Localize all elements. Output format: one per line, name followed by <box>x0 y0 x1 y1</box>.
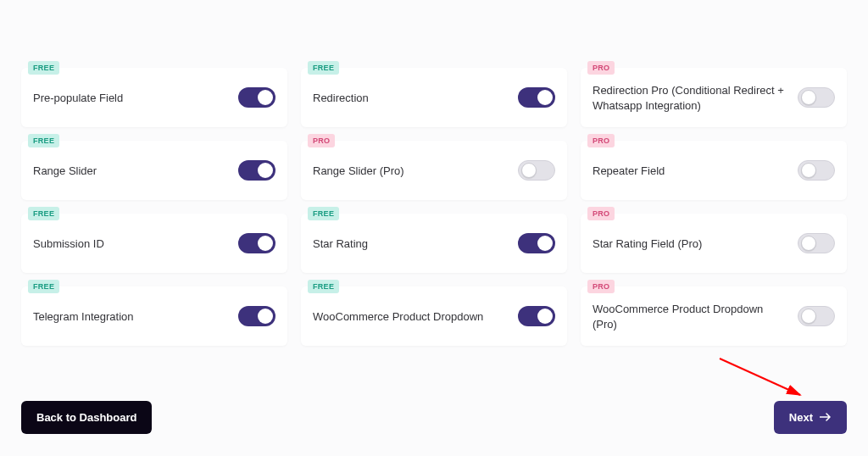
toggle-knob <box>521 163 537 178</box>
free-badge: FREE <box>28 61 59 75</box>
toggle-knob <box>258 309 273 324</box>
free-badge: FREE <box>28 134 59 147</box>
feature-label: Star Rating <box>313 233 419 252</box>
next-button-label: Next <box>789 411 813 424</box>
feature-label: Redirection <box>313 87 420 106</box>
feature-label: Pre-populate Field <box>33 87 174 106</box>
toggle-knob <box>537 236 553 251</box>
free-badge: FREE <box>308 61 339 75</box>
feature-card: PRORedirection Pro (Conditional Redirect… <box>581 68 847 127</box>
toggle-knob <box>537 309 553 324</box>
toggle-knob <box>801 309 816 324</box>
feature-label: Repeater Field <box>593 160 715 179</box>
feature-toggle[interactable] <box>798 306 835 326</box>
free-badge: FREE <box>308 280 339 293</box>
pro-badge: PRO <box>587 134 615 147</box>
toggle-knob <box>801 163 816 178</box>
free-badge: FREE <box>28 280 59 293</box>
feature-label: Telegram Integration <box>33 306 185 325</box>
feature-card: FREEPre-populate Field <box>21 68 287 127</box>
feature-label: Star Rating Field (Pro) <box>593 233 753 252</box>
toggle-knob <box>258 163 273 178</box>
feature-card: PRORange Slider (Pro) <box>301 141 567 200</box>
feature-card: FREETelegram Integration <box>21 286 287 346</box>
footer-bar: Back to Dashboard Next <box>21 401 847 434</box>
feature-toggle[interactable] <box>518 233 555 253</box>
toggle-knob <box>801 236 816 251</box>
pro-badge: PRO <box>587 207 615 220</box>
feature-card: FREERedirection <box>301 68 567 127</box>
feature-toggle[interactable] <box>518 87 555 108</box>
feature-label: Range Slider <box>33 160 147 179</box>
free-badge: FREE <box>28 207 59 220</box>
pro-badge: PRO <box>587 61 615 75</box>
feature-grid: FREEPre-populate FieldFREERedirectionPRO… <box>21 68 847 346</box>
feature-toggle[interactable] <box>798 87 835 108</box>
feature-toggle[interactable] <box>518 160 555 181</box>
free-badge: FREE <box>308 207 339 220</box>
feature-card: FREEStar Rating <box>301 214 567 273</box>
feature-toggle[interactable] <box>238 306 275 326</box>
arrow-right-icon <box>820 411 832 424</box>
feature-card: PROWooCommerce Product Dropdown (Pro) <box>581 286 847 346</box>
feature-toggle[interactable] <box>798 233 835 253</box>
feature-toggle[interactable] <box>238 87 275 108</box>
feature-card: PRORepeater Field <box>581 141 847 200</box>
feature-card: FREERange Slider <box>21 141 287 200</box>
svg-line-0 <box>720 359 800 395</box>
pro-badge: PRO <box>587 280 615 293</box>
feature-card: FREEWooCommerce Product Dropdown <box>301 286 567 346</box>
feature-toggle[interactable] <box>238 160 275 181</box>
toggle-knob <box>537 90 553 105</box>
toggle-knob <box>258 90 273 105</box>
back-to-dashboard-button[interactable]: Back to Dashboard <box>21 401 152 434</box>
feature-toggle[interactable] <box>518 306 555 326</box>
feature-label: Submission ID <box>33 233 155 252</box>
feature-label: WooCommerce Product Dropdown <box>313 306 534 325</box>
next-button[interactable]: Next <box>774 401 847 434</box>
feature-card: PROStar Rating Field (Pro) <box>581 214 847 273</box>
feature-card: FREESubmission ID <box>21 214 287 273</box>
toggle-knob <box>801 90 816 105</box>
pro-badge: PRO <box>308 134 335 147</box>
toggle-knob <box>258 236 273 251</box>
feature-toggle[interactable] <box>798 160 835 181</box>
feature-label: Range Slider (Pro) <box>313 160 455 179</box>
feature-toggle[interactable] <box>238 233 275 253</box>
